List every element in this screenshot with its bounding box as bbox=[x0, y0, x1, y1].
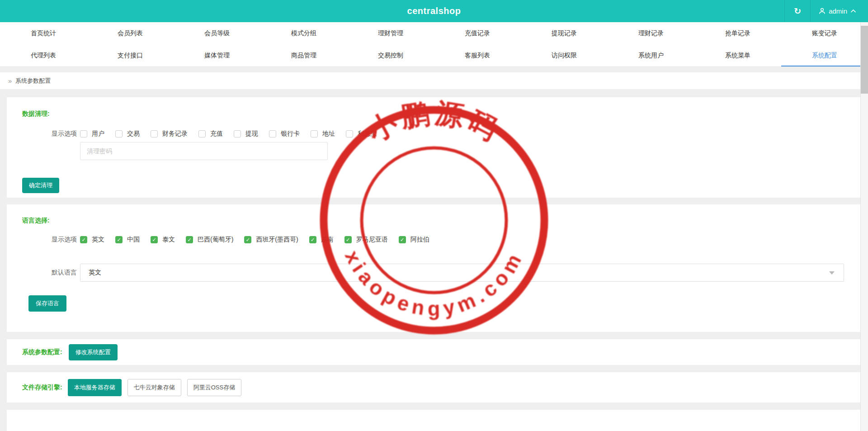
checkbox-checked-icon[interactable]: ✓ bbox=[186, 236, 193, 243]
checkbox-option[interactable]: ✓ 越南 bbox=[309, 236, 334, 244]
nav-item-label: 商品管理 bbox=[291, 52, 316, 60]
storage-option-button[interactable]: 本地服务器存储 bbox=[68, 379, 122, 396]
checkbox-option[interactable]: ✓ 阿拉伯 bbox=[399, 236, 429, 244]
system-config-card: 系统参数配置: 修改系统配置 bbox=[7, 339, 861, 365]
checkbox-option[interactable]: ✓ 英文 bbox=[80, 236, 104, 244]
refresh-icon: ↻ bbox=[794, 6, 801, 16]
chevron-up-icon bbox=[850, 9, 856, 13]
top-bar: centralshop ↻ admin bbox=[0, 0, 868, 22]
nav-item[interactable]: 理财记录 bbox=[608, 22, 694, 44]
checkbox-checked-icon[interactable]: ✓ bbox=[344, 236, 352, 243]
check-icon: ✓ bbox=[152, 237, 156, 242]
main-nav: 首页统计会员列表会员等级模式分组理财管理充值记录提现记录理财记录抢单记录账变记录… bbox=[0, 22, 868, 67]
checkbox-option[interactable]: ✓ 西班牙(墨西哥) bbox=[244, 236, 298, 244]
checkbox-label: 用户 bbox=[92, 130, 104, 138]
checkbox-option[interactable]: ✓ 罗马尼亚语 bbox=[344, 236, 388, 244]
nav-item[interactable]: 充值记录 bbox=[434, 22, 521, 44]
storage-engine-card: 文件存储引擎: 本地服务器存储七牛云对象存储阿里云OSS存储 bbox=[7, 372, 861, 403]
nav-item[interactable]: 首页统计 bbox=[0, 22, 87, 44]
nav-item-label: 抢单记录 bbox=[725, 29, 750, 38]
checkbox-option[interactable]: 用户 bbox=[80, 130, 104, 138]
nav-item[interactable]: 代理列表 bbox=[0, 44, 87, 66]
save-language-button[interactable]: 保存语言 bbox=[28, 295, 66, 312]
vertical-scrollbar[interactable] bbox=[860, 22, 868, 431]
modify-system-config-button[interactable]: 修改系统配置 bbox=[69, 344, 118, 360]
checkbox-option[interactable]: 交易 bbox=[115, 130, 140, 138]
checkbox-option[interactable]: 银行卡 bbox=[269, 130, 300, 138]
nav-item[interactable]: 访问权限 bbox=[521, 44, 608, 66]
checkbox-label: 罗马尼亚语 bbox=[356, 236, 388, 244]
nav-item[interactable]: 交易控制 bbox=[347, 44, 434, 66]
storage-engine-label: 文件存储引擎: bbox=[22, 384, 62, 392]
checkbox-label: 银行卡 bbox=[281, 130, 300, 138]
nav-item-label: 支付接口 bbox=[118, 52, 143, 60]
checkbox-checked-icon[interactable]: ✓ bbox=[80, 236, 87, 243]
nav-item[interactable]: 支付接口 bbox=[87, 44, 174, 66]
checkbox-checked-icon[interactable]: ✓ bbox=[151, 236, 158, 243]
nav-item[interactable]: 系统用户 bbox=[608, 44, 694, 66]
nav-item-label: 理财记录 bbox=[638, 29, 664, 38]
nav-item[interactable]: 账变记录 bbox=[781, 22, 868, 44]
nav-item[interactable]: 理财管理 bbox=[347, 22, 434, 44]
user-menu-button[interactable]: admin bbox=[811, 0, 864, 22]
check-icon: ✓ bbox=[400, 237, 404, 242]
checkbox-option[interactable]: 提现 bbox=[234, 130, 258, 138]
default-language-label: 默认语言 bbox=[22, 269, 77, 277]
storage-option-button[interactable]: 七牛云对象存储 bbox=[127, 379, 181, 396]
nav-item-label: 模式分组 bbox=[291, 29, 316, 38]
nav-item[interactable]: 系统配置 bbox=[781, 44, 868, 66]
checkbox-checked-icon[interactable]: ✓ bbox=[309, 236, 316, 243]
language-title: 语言选择: bbox=[22, 217, 861, 225]
checkbox-checked-icon[interactable]: ✓ bbox=[399, 236, 406, 243]
check-icon: ✓ bbox=[187, 237, 191, 242]
checkbox-unchecked-icon[interactable] bbox=[198, 130, 206, 137]
clean-password-input[interactable] bbox=[80, 142, 328, 160]
refresh-button[interactable]: ↻ bbox=[784, 0, 811, 22]
nav-item[interactable]: 商品管理 bbox=[260, 44, 347, 66]
checkbox-option[interactable]: 利息宝 bbox=[346, 130, 377, 138]
checkbox-unchecked-icon[interactable] bbox=[346, 130, 353, 137]
nav-item[interactable]: 会员等级 bbox=[174, 22, 260, 44]
checkbox-option[interactable]: ✓ 泰文 bbox=[151, 236, 175, 244]
clean-password-row bbox=[7, 142, 861, 160]
confirm-clean-button[interactable]: 确定清理 bbox=[22, 178, 59, 193]
checkbox-option[interactable]: 充值 bbox=[198, 130, 223, 138]
storage-button-group: 本地服务器存储七牛云对象存储阿里云OSS存储 bbox=[68, 379, 241, 396]
nav-item-label: 系统用户 bbox=[638, 52, 664, 60]
scrollbar-thumb[interactable] bbox=[861, 26, 868, 94]
check-icon: ✓ bbox=[346, 237, 350, 242]
checkbox-unchecked-icon[interactable] bbox=[115, 130, 123, 137]
storage-option-button[interactable]: 阿里云OSS存储 bbox=[187, 379, 241, 396]
checkbox-checked-icon[interactable]: ✓ bbox=[244, 236, 251, 243]
checkbox-label: 交易 bbox=[127, 130, 140, 138]
default-language-select[interactable]: 英文 bbox=[80, 264, 844, 282]
nav-item[interactable]: 抢单记录 bbox=[694, 22, 781, 44]
checkbox-option[interactable]: 地址 bbox=[311, 130, 335, 138]
checkbox-label: 越南 bbox=[321, 236, 334, 244]
checkbox-unchecked-icon[interactable] bbox=[80, 130, 87, 137]
data-clean-title: 数据清理: bbox=[22, 110, 861, 118]
nav-item-label: 媒体管理 bbox=[204, 52, 230, 60]
checkbox-option[interactable]: ✓ 巴西(葡萄牙) bbox=[186, 236, 233, 244]
nav-item[interactable]: 媒体管理 bbox=[174, 44, 260, 66]
checkbox-label: 泰文 bbox=[162, 236, 175, 244]
system-config-label: 系统参数配置: bbox=[22, 348, 62, 356]
checkbox-unchecked-icon[interactable] bbox=[234, 130, 241, 137]
nav-item-label: 充值记录 bbox=[465, 29, 490, 38]
nav-item-label: 理财管理 bbox=[378, 29, 403, 38]
checkbox-unchecked-icon[interactable] bbox=[151, 130, 158, 137]
nav-item[interactable]: 客服列表 bbox=[434, 44, 521, 66]
nav-item[interactable]: 会员列表 bbox=[87, 22, 174, 44]
page-title: 系统参数配置 bbox=[15, 77, 51, 85]
nav-item[interactable]: 模式分组 bbox=[260, 22, 347, 44]
default-language-row: 默认语言 英文 bbox=[7, 264, 861, 282]
nav-item[interactable]: 提现记录 bbox=[521, 22, 608, 44]
checkbox-checked-icon[interactable]: ✓ bbox=[115, 236, 123, 243]
checkbox-unchecked-icon[interactable] bbox=[269, 130, 276, 137]
language-checkbox-group: ✓ 英文 ✓ 中国 ✓ 泰文 ✓ 巴西(葡萄牙) bbox=[80, 236, 429, 244]
nav-item-label: 访问权限 bbox=[552, 52, 577, 60]
nav-item[interactable]: 系统菜单 bbox=[694, 44, 781, 66]
checkbox-option[interactable]: 财务记录 bbox=[151, 130, 188, 138]
checkbox-option[interactable]: ✓ 中国 bbox=[115, 236, 140, 244]
checkbox-unchecked-icon[interactable] bbox=[311, 130, 318, 137]
